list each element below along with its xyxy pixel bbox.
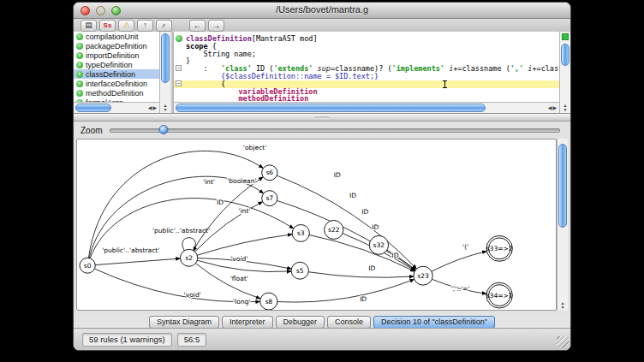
code-line[interactable]: methodDefinition [174,95,559,102]
forward-button[interactable]: → [208,20,224,32]
rule-item-methodDefinition[interactable]: ›methodDefinition [74,88,159,98]
rules-sidebar: ›compilationUnit›packageDefinition›impor… [74,32,159,113]
dfa-edge-label: 'int' [203,178,215,186]
hscroll-arrows-icon[interactable]: ◀▶ [548,105,558,110]
editor-hscroll-thumb[interactable] [176,104,486,112]
dfa-state-s3[interactable]: s3 [292,225,309,242]
dfa-edge-label: 'void' [184,291,201,299]
rules-list: ›compilationUnit›packageDefinition›impor… [74,32,159,102]
rule-item-packageDefinition[interactable]: ›packageDefinition [74,41,159,50]
syntax-coloring-button[interactable]: Ss [99,20,116,32]
dfa-edge-label: 'object' [243,144,267,151]
dfa-edge-label: ID [360,295,367,303]
rule-label: compilationUnit [86,33,139,41]
fold-icon[interactable]: − [176,80,182,86]
dfa-edge [197,234,292,256]
syntax-ok-indicator [562,33,569,40]
code-line[interactable]: String name; [174,50,559,58]
code-line[interactable]: ›classDefinition[MantraAST mod] [174,35,559,43]
dfa-state-s33[interactable]: s33=>2 [486,235,513,261]
rules-horizontal-scrollbar[interactable]: ◀▶ [74,102,159,113]
back-button[interactable]: ← [189,20,206,32]
dfa-state-s5[interactable]: s5 [291,262,308,279]
check-grammar-button[interactable]: ⚠ [118,20,134,32]
rule-label: methodDefinition [86,89,144,98]
zoom-thumb[interactable] [159,125,169,134]
rules-vertical-scrollbar[interactable]: ▲▼ [159,32,170,113]
editor-pane: ›classDefinition[MantraAST mod]scope { S… [174,32,559,113]
toolbar-nav: ←→ [189,20,224,32]
titlebar[interactable]: /Users/bovet/mantra.g [74,3,570,19]
tab-decision-10-of-classdefinition-[interactable]: Decision 10 of "classDefinition" [373,316,495,329]
dfa-state-s34[interactable]: s34=>1 [486,282,513,308]
editor-vertical-scrollbar[interactable]: ▲▼ [559,32,570,113]
dfa-edge-label: 'int' [238,207,250,215]
tab-debugger[interactable]: Debugger [276,316,325,329]
rule-item-classDefinition[interactable]: ›classDefinition [74,69,159,79]
dfa-svg: 'public'..'abstract''public'..'abstract'… [77,139,556,310]
rule-label: interfaceDefinition [86,80,147,88]
tab-interpreter[interactable]: Interpreter [222,316,273,329]
fold-icon[interactable]: − [176,65,182,71]
editor-horizontal-scrollbar[interactable]: ◀▶ [174,102,559,113]
find-button[interactable]: ⌕ [156,20,172,32]
rule-icon: › [76,80,83,87]
rules-count: 59 rules (1 warnings) [82,333,172,347]
dfa-edge-label: ID [217,199,224,206]
vscroll-arrows-icon[interactable]: ▲▼ [160,104,170,112]
dfa-edge [308,272,414,278]
rule-label: typeDefinition [86,61,133,69]
dfa-state-s32[interactable]: s32 [369,235,388,254]
svg-text:s33=>2: s33=>2 [486,245,513,252]
diagram-vscroll-thumb[interactable] [558,144,567,228]
editor-view-button[interactable]: ▤ [80,20,97,32]
rule-item-typeDefinition[interactable]: ›typeDefinition [74,60,159,69]
code-editor[interactable]: ›classDefinition[MantraAST mod]scope { S… [174,32,559,102]
hscroll-arrows-icon[interactable]: ◀▶ [148,105,158,110]
code-lines: ›classDefinition[MantraAST mod]scope { S… [174,35,559,102]
dfa-state-s22[interactable]: s22 [325,221,343,240]
rule-icon: › [76,62,83,68]
zoom-slider[interactable] [110,128,560,133]
resize-grip[interactable] [557,336,569,348]
rules-hscroll-thumb[interactable] [75,104,111,112]
toolbar-buttons: ▤Ss⚠↑⌕ [80,20,172,32]
dfa-state-s8[interactable]: s8 [260,293,277,310]
visualization-panel: Zoom 'public'..'abstract''public'..'abst… [74,122,570,314]
diagram-row: 'public'..'abstract''public'..'abstract'… [76,139,568,311]
maximize-button[interactable] [111,6,121,15]
dfa-edge-label: ','..'=' [451,285,470,293]
rules-vscroll-thumb[interactable] [161,33,170,83]
tab-console[interactable]: Console [327,316,371,329]
diagram-vertical-scrollbar[interactable]: ▲▼ [557,139,568,311]
rule-label: classDefinition [86,70,135,79]
rule-start-icon: › [176,35,182,42]
svg-text:s32: s32 [373,241,385,249]
dfa-state-s0[interactable]: s0 [80,258,95,273]
goto-rule-button[interactable]: ↑ [137,20,153,32]
dfa-state-s7[interactable]: s7 [262,191,277,206]
editor-vscroll-thumb[interactable] [561,44,569,66]
code-line[interactable]: {$classDefinition::name = $ID.text;} [174,73,559,80]
rule-item-compilationUnit[interactable]: ›compilationUnit [74,32,159,41]
rule-item-interfaceDefinition[interactable]: ›interfaceDefinition [74,79,159,88]
desktop: /Users/bovet/mantra.g ▤Ss⚠↑⌕ ←→ ›compila… [0,0,644,362]
svg-text:s7: s7 [265,194,273,202]
dfa-state-s2[interactable]: s2 [181,249,198,266]
svg-text:s2: s2 [185,254,193,262]
rule-icon: › [76,33,83,40]
dfa-state-s23[interactable]: s23 [414,266,432,285]
minimize-button[interactable] [96,6,105,15]
dfa-edge [94,269,259,302]
vscroll-arrows-icon[interactable]: ▲▼ [560,104,570,112]
rule-label: packageDefinition [86,42,147,50]
dfa-state-s6[interactable]: s6 [262,165,277,181]
close-button[interactable] [80,6,90,15]
svg-text:s6: s6 [265,169,273,176]
horizontal-splitter[interactable] [74,114,570,122]
svg-text:s34=>1: s34=>1 [486,292,513,300]
vscroll-arrows-icon[interactable]: ▲▼ [558,301,568,310]
tab-syntax-diagram[interactable]: Syntax Diagram [149,316,219,329]
rule-item-importDefinition[interactable]: ›importDefinition [74,50,159,60]
rule-icon: › [76,90,83,97]
